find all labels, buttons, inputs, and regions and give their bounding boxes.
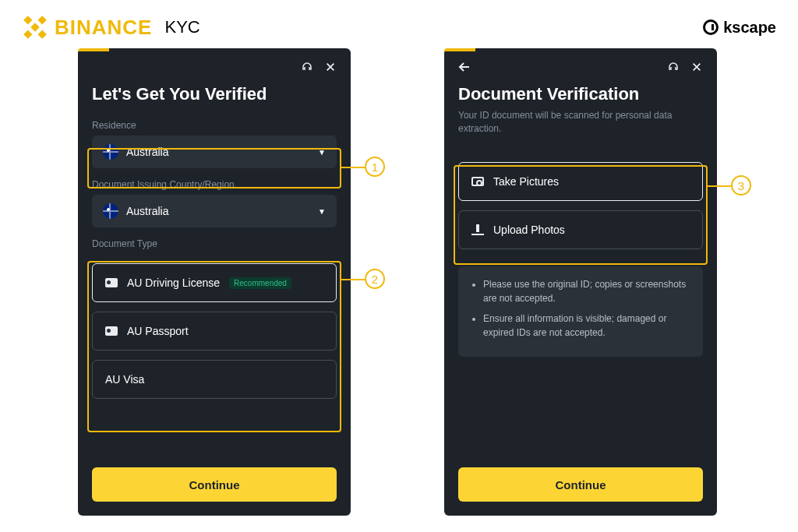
option-upload-photos[interactable]: Upload Photos (458, 210, 703, 249)
kscape-watermark: kscape (703, 19, 776, 37)
panel-titlebar (92, 58, 337, 76)
kscape-text: kscape (723, 19, 776, 37)
panel-document-verification: Document Verification Your ID document w… (444, 48, 717, 516)
support-icon[interactable] (667, 61, 680, 73)
kscape-icon (703, 19, 719, 35)
notice-box: Please use the original ID; copies or sc… (458, 266, 703, 357)
brand-text: BINANCE (55, 16, 152, 40)
callout-badge-1: 1 (365, 157, 385, 177)
close-icon[interactable] (324, 61, 337, 73)
issuing-country-label: Document Issuing Country/Region (92, 179, 337, 190)
binance-mark-icon (16, 9, 54, 46)
option-label: AU Passport (127, 325, 189, 337)
option-take-pictures[interactable]: Take Pictures (458, 162, 703, 201)
callout-line (341, 167, 365, 168)
page-title: KYC (164, 17, 200, 37)
issuing-country-value: Australia (126, 205, 168, 217)
doc-option-passport[interactable]: AU Passport (92, 312, 337, 351)
option-label: AU Driving License (127, 277, 220, 289)
document-type-label: Document Type (92, 238, 337, 249)
doc-option-driving-license[interactable]: AU Driving License Recommended (92, 263, 337, 302)
flag-icon (103, 203, 118, 219)
upload-icon (471, 224, 484, 235)
callout-badge-3: 3 (731, 175, 751, 196)
support-icon[interactable] (301, 61, 313, 73)
issuing-country-dropdown[interactable]: Australia ▼ (92, 195, 337, 227)
callout-line (708, 185, 731, 187)
chevron-down-icon: ▼ (318, 148, 326, 157)
callout-badge-2: 2 (365, 269, 385, 289)
flag-icon (103, 144, 118, 160)
callout-line (341, 279, 365, 280)
residence-label: Residence (92, 120, 337, 131)
camera-icon (471, 177, 484, 186)
close-icon[interactable] (690, 61, 703, 73)
panel-heading: Document Verification (458, 84, 703, 104)
continue-button[interactable]: Continue (92, 467, 337, 502)
option-label: AU Visa (105, 373, 144, 386)
option-label: Upload Photos (493, 224, 565, 236)
residence-dropdown[interactable]: Australia ▼ (92, 136, 337, 168)
back-icon[interactable] (458, 61, 471, 73)
continue-button[interactable]: Continue (458, 467, 703, 502)
residence-value: Australia (126, 146, 168, 158)
doc-option-visa[interactable]: AU Visa (92, 360, 337, 399)
notice-item: Ensure all information is visible; damag… (483, 312, 692, 340)
id-card-icon (105, 278, 118, 287)
panel-verify: Let's Get You Verified Residence Austral… (78, 48, 351, 516)
chevron-down-icon: ▼ (318, 207, 326, 216)
binance-logo: BINANCE (22, 14, 152, 41)
page-header: BINANCE KYC kscape (0, 0, 798, 48)
panel-heading: Let's Get You Verified (92, 84, 337, 104)
option-label: Take Pictures (493, 175, 559, 188)
recommended-tag: Recommended (229, 277, 291, 289)
panel-subtitle: Your ID document will be scanned for per… (458, 109, 703, 136)
passport-icon (105, 326, 118, 336)
notice-item: Please use the original ID; copies or sc… (483, 277, 692, 305)
panel-titlebar (458, 58, 703, 76)
